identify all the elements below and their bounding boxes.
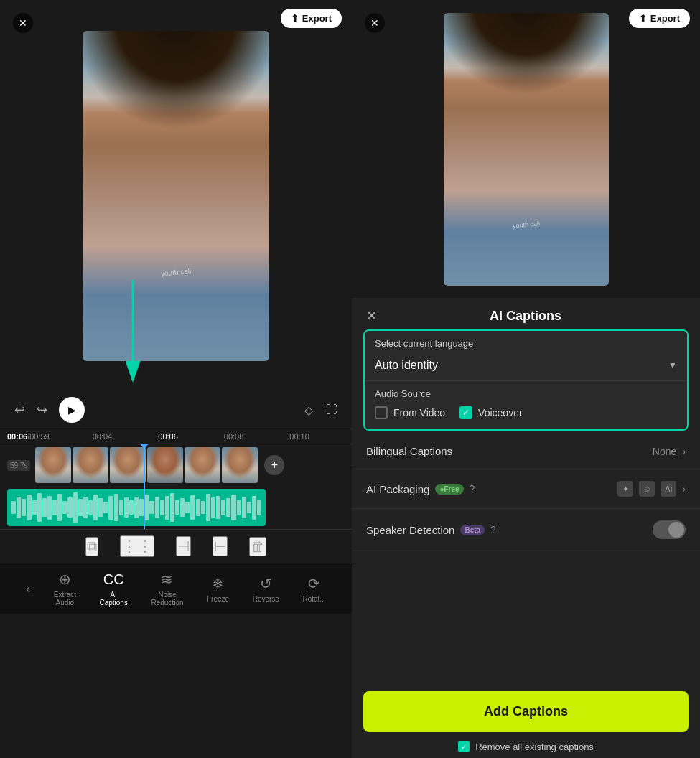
- remove-captions-row: ✓ Remove all existing captions: [352, 738, 700, 758]
- ai-packaging-row[interactable]: AI Packaging ●Free ? ✦ ☺ Aı ›: [352, 469, 700, 509]
- track-area: 59.7s +: [0, 444, 352, 529]
- keyframe-icon[interactable]: ◇: [304, 403, 313, 417]
- from-video-label: From Video: [393, 407, 445, 418]
- right-video-frame: youth cali: [444, 13, 609, 286]
- thumb-3: [110, 447, 146, 483]
- right-close-button[interactable]: ✕: [365, 13, 385, 33]
- remove-captions-checkbox[interactable]: ✓: [458, 741, 470, 752]
- track-duration-badge: 59.7s: [7, 460, 30, 471]
- export-label: Export: [302, 13, 332, 24]
- ai-captions-label: AICaptions: [99, 591, 127, 607]
- extract-audio-icon: ⊕: [59, 571, 71, 588]
- right-hair-overlay: [444, 13, 609, 122]
- timeline-special-icons: ◇ ⛶: [304, 403, 337, 417]
- panel-header: ✕ AI Captions: [352, 298, 700, 329]
- noise-reduction-tool[interactable]: ≋ NoiseReduction: [151, 571, 183, 607]
- right-export-button[interactable]: ⬆ Export: [629, 9, 690, 28]
- ai-text-icon: Aı: [661, 481, 676, 497]
- edit-tools-row: ⧉ ⋮⋮ ⊣ ⊢ 🗑: [0, 529, 352, 563]
- ai-packaging-right: ✦ ☺ Aı ›: [617, 481, 686, 497]
- from-video-option[interactable]: From Video: [375, 406, 445, 419]
- time-mark-1: 00:04: [93, 432, 113, 441]
- reverse-label: Reverse: [253, 595, 279, 603]
- language-select-label: Select current language: [365, 331, 687, 353]
- right-panel: ✕ ⬆ Export youth cali ✕ AI Captions Sele…: [352, 0, 700, 758]
- reverse-icon: ↺: [260, 575, 272, 592]
- bilingual-none-value: None: [653, 446, 676, 457]
- spacer: [352, 551, 700, 680]
- right-video-preview-area: ✕ ⬆ Export youth cali: [352, 0, 700, 298]
- thumb-4: [147, 447, 183, 483]
- add-track-button[interactable]: +: [264, 455, 284, 475]
- current-time: 00:06: [7, 432, 27, 441]
- total-time: 00:59: [29, 432, 50, 441]
- voiceover-option[interactable]: ✓ Voiceover: [459, 406, 522, 419]
- dropdown-arrow-icon: ▼: [668, 360, 677, 370]
- from-video-checkbox[interactable]: [375, 406, 388, 419]
- noise-reduction-icon: ≋: [161, 571, 173, 588]
- delete-tool-button[interactable]: 🗑: [249, 537, 266, 556]
- export-icon: ⬆: [291, 13, 299, 24]
- playhead-triangle: [140, 444, 149, 449]
- chevron-down-icon[interactable]: ‹: [26, 581, 30, 596]
- freeze-tool[interactable]: ❄ Freeze: [207, 575, 229, 603]
- trim-left-button[interactable]: ⊣: [176, 536, 191, 556]
- time-start: 00:06/00:59: [7, 432, 50, 441]
- timeline-controls: ↩ ↪ ▶ ◇ ⛶: [0, 391, 352, 429]
- fullscreen-icon[interactable]: ⛶: [326, 403, 337, 417]
- ai-captions-panel: ✕ AI Captions Select current language Au…: [352, 298, 700, 758]
- panel-title: AI Captions: [387, 309, 664, 324]
- left-video-preview-area: ✕ ⬆ Export youth cali: [0, 0, 352, 391]
- ai-smile-icon: ☺: [639, 481, 655, 497]
- time-mark-2: 00:06: [158, 432, 178, 441]
- video-track-row: 59.7s +: [7, 447, 345, 483]
- speaker-detection-help-icon[interactable]: ?: [490, 524, 496, 535]
- voiceover-checkbox[interactable]: ✓: [459, 406, 472, 419]
- undo-button[interactable]: ↩: [14, 402, 25, 418]
- rotate-tool[interactable]: ⟳ Rotat...: [302, 575, 325, 603]
- left-export-button[interactable]: ⬆ Export: [281, 9, 342, 28]
- play-button[interactable]: ▶: [59, 397, 85, 423]
- speaker-detection-left: Speaker Detection Beta ?: [366, 524, 496, 536]
- ai-packaging-help-icon[interactable]: ?: [470, 483, 475, 495]
- trim-right-button[interactable]: ⊢: [213, 536, 228, 556]
- right-export-icon: ⬆: [639, 13, 647, 24]
- panel-close-button[interactable]: ✕: [366, 308, 377, 324]
- speaker-detection-row[interactable]: Speaker Detection Beta ?: [352, 509, 700, 551]
- rotate-label: Rotat...: [302, 595, 325, 603]
- freeze-label: Freeze: [207, 595, 229, 603]
- bilingual-captions-label: Bilingual Captions: [366, 445, 452, 457]
- thumb-6: [222, 447, 258, 483]
- thumb-2: [73, 447, 108, 483]
- waveform: [7, 489, 266, 526]
- bilingual-captions-row[interactable]: Bilingual Captions None ›: [352, 434, 700, 469]
- copy-tool-button[interactable]: ⧉: [85, 537, 98, 556]
- speaker-detection-toggle[interactable]: [653, 520, 686, 539]
- playhead: [144, 444, 145, 529]
- voiceover-label: Voiceover: [478, 407, 522, 418]
- left-close-button[interactable]: ✕: [13, 13, 33, 33]
- remove-captions-label: Remove all existing captions: [475, 741, 594, 752]
- add-captions-button[interactable]: Add Captions: [363, 691, 689, 732]
- right-export-label: Export: [650, 13, 680, 24]
- audio-track: [7, 489, 266, 526]
- extract-audio-tool[interactable]: ⊕ ExtractAudio: [54, 571, 76, 607]
- ai-captions-tool[interactable]: CC AICaptions: [99, 571, 127, 607]
- thumb-1: [35, 447, 71, 483]
- bilingual-chevron-icon: ›: [682, 446, 686, 457]
- audio-source-section: Audio Source From Video ✓ Voiceover: [365, 380, 687, 429]
- split-tool-button[interactable]: ⋮⋮: [120, 535, 154, 557]
- timeline-ruler: 00:06/00:59 00:04 00:06 00:08 00:10: [0, 429, 352, 444]
- toggle-knob: [668, 522, 684, 538]
- time-mark-4: 00:10: [289, 432, 309, 441]
- track-thumbnails: [35, 447, 258, 483]
- rotate-icon: ⟳: [308, 575, 320, 592]
- language-dropdown[interactable]: Auto identity ▼: [365, 353, 687, 380]
- reverse-tool[interactable]: ↺ Reverse: [253, 575, 279, 603]
- ai-packaging-label: AI Packaging: [366, 483, 429, 495]
- redo-button[interactable]: ↪: [37, 402, 47, 418]
- noise-reduction-label: NoiseReduction: [151, 591, 183, 607]
- ai-icons-group: ✦ ☺ Aı: [617, 481, 676, 497]
- ai-sparkle-icon: ✦: [617, 481, 633, 497]
- language-select-section: Select current language Auto identity ▼ …: [363, 329, 689, 431]
